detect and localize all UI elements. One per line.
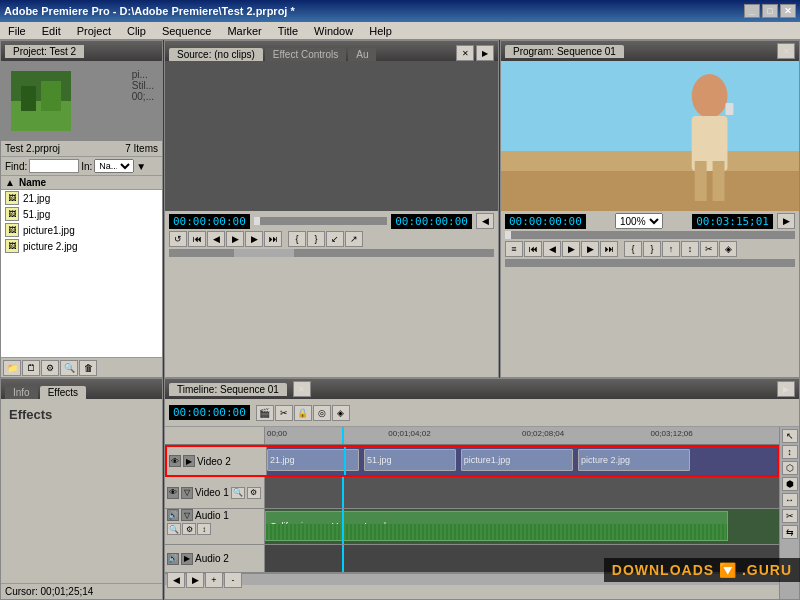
new-bin-button[interactable]: 📁 <box>3 360 21 376</box>
video2-lock-toggle[interactable]: ▶ <box>183 455 195 467</box>
timeline-close[interactable]: ✕ <box>293 381 311 397</box>
tl-scroll-left[interactable]: ◀ <box>167 572 185 588</box>
source-tab-source[interactable]: Source: (no clips) <box>169 48 263 61</box>
close-button[interactable]: ✕ <box>780 4 796 18</box>
prog-btn-extract[interactable]: ↕ <box>681 241 699 257</box>
prog-btn-marker[interactable]: ◈ <box>719 241 737 257</box>
audio1-btn1[interactable]: 🔍 <box>167 523 181 535</box>
audio2-mute[interactable]: 🔊 <box>167 553 179 565</box>
source-tab-audio[interactable]: Au <box>348 48 376 61</box>
program-panel-close[interactable]: ✕ <box>777 43 795 59</box>
tl-btn-marker[interactable]: ◈ <box>332 405 350 421</box>
v1-btn2[interactable]: ⚙ <box>247 487 261 499</box>
list-item[interactable]: 🖼 51.jpg <box>1 206 162 222</box>
program-zoom-bar[interactable] <box>505 259 795 267</box>
timeline-ruler[interactable]: 00;00 00;01;04;02 00;02;08;04 00;03;12;0… <box>265 427 779 444</box>
source-btn-play[interactable]: ▶ <box>226 231 244 247</box>
effects-tab[interactable]: Effects <box>40 386 86 399</box>
source-btn-rewind-start[interactable]: ⏮ <box>188 231 206 247</box>
source-btn-step-back[interactable]: ◀ <box>207 231 225 247</box>
prog-btn-trim[interactable]: ✂ <box>700 241 718 257</box>
maximize-button[interactable]: □ <box>762 4 778 18</box>
tr-slip[interactable]: ⇆ <box>782 525 798 539</box>
tl-zoom-out[interactable]: - <box>224 572 242 588</box>
menu-marker[interactable]: Marker <box>223 25 265 37</box>
program-expand[interactable]: ▶ <box>777 213 795 229</box>
prog-btn-out[interactable]: } <box>643 241 661 257</box>
source-panel-close[interactable]: ✕ <box>456 45 474 61</box>
prog-btn-in[interactable]: { <box>624 241 642 257</box>
source-btn-in[interactable]: { <box>288 231 306 247</box>
menu-file[interactable]: File <box>4 25 30 37</box>
find-input[interactable] <box>29 159 79 173</box>
prog-btn-step-fwd[interactable]: ▶ <box>581 241 599 257</box>
timeline-tab[interactable]: Timeline: Sequence 01 <box>169 383 287 396</box>
source-tab-effectcontrols[interactable]: Effect Controls <box>265 48 346 61</box>
source-timecode-out[interactable]: 00:00:00:00 <box>391 214 472 229</box>
video2-eye-toggle[interactable]: 👁 <box>169 455 181 467</box>
audio1-clip[interactable]: California.wma Volume:Level <box>265 511 728 541</box>
tl-btn-snap[interactable]: ◎ <box>313 405 331 421</box>
audio1-track-content[interactable]: California.wma Volume:Level <box>265 509 779 544</box>
minimize-button[interactable]: _ <box>744 4 760 18</box>
project-tab[interactable]: Project: Test 2 <box>5 45 84 58</box>
menu-sequence[interactable]: Sequence <box>158 25 216 37</box>
source-btn-overwrite[interactable]: ↗ <box>345 231 363 247</box>
tr-select-tool[interactable]: ↖ <box>782 429 798 443</box>
timeline-current-timecode[interactable]: 00:00:00:00 <box>169 405 250 420</box>
menu-edit[interactable]: Edit <box>38 25 65 37</box>
prog-btn-match[interactable]: ≡ <box>505 241 523 257</box>
timeline-menu[interactable]: ▶ <box>777 381 795 397</box>
audio1-btn3[interactable]: ↕ <box>197 523 211 535</box>
tl-btn-lock[interactable]: 🔒 <box>294 405 312 421</box>
tr-razor[interactable]: ✂ <box>782 509 798 523</box>
menu-help[interactable]: Help <box>365 25 396 37</box>
delete-button[interactable]: 🗑 <box>79 360 97 376</box>
source-btn-fwd-end[interactable]: ⏭ <box>264 231 282 247</box>
tr-rate-stretch[interactable]: ↔ <box>782 493 798 507</box>
audio1-btn2[interactable]: ⚙ <box>182 523 196 535</box>
program-timecode-duration[interactable]: 00:03:15;01 <box>692 214 773 229</box>
video2-track-content[interactable]: 21.jpg 51.jpg picture1.jpg picture 2.jpg <box>267 447 777 475</box>
source-btn-step-fwd[interactable]: ▶ <box>245 231 263 247</box>
menu-clip[interactable]: Clip <box>123 25 150 37</box>
program-scrubber[interactable] <box>505 231 795 239</box>
prog-btn-play[interactable]: ▶ <box>562 241 580 257</box>
in-select[interactable]: Na... <box>94 159 134 173</box>
prog-btn-fwd-end[interactable]: ⏭ <box>600 241 618 257</box>
source-scrubber[interactable] <box>254 217 387 225</box>
tr-track-select[interactable]: ↕ <box>782 445 798 459</box>
video2-clip-2[interactable]: 51.jpg <box>364 449 456 471</box>
tr-ripple-edit[interactable]: ⬡ <box>782 461 798 475</box>
source-btn-loop[interactable]: ↺ <box>169 231 187 247</box>
new-item-button[interactable]: 🗒 <box>22 360 40 376</box>
video1-expand[interactable]: ▽ <box>181 487 193 499</box>
source-timecode-in[interactable]: 00:00:00:00 <box>169 214 250 229</box>
video1-track-content[interactable] <box>265 477 779 508</box>
playhead[interactable] <box>342 427 344 444</box>
prog-btn-step-back[interactable]: ◀ <box>543 241 561 257</box>
tl-btn-select[interactable]: 🎬 <box>256 405 274 421</box>
source-zoom-bar[interactable] <box>169 249 494 257</box>
automate-button[interactable]: ⚙ <box>41 360 59 376</box>
video2-clip-3[interactable]: picture1.jpg <box>461 449 573 471</box>
list-item[interactable]: 🖼 21.jpg <box>1 190 162 206</box>
video2-clip-4[interactable]: picture 2.jpg <box>578 449 690 471</box>
video1-eye-toggle[interactable]: 👁 <box>167 487 179 499</box>
menu-title[interactable]: Title <box>274 25 302 37</box>
source-btn-insert[interactable]: ↙ <box>326 231 344 247</box>
menu-window[interactable]: Window <box>310 25 357 37</box>
list-item[interactable]: 🖼 picture 2.jpg <box>1 238 162 254</box>
audio1-expand[interactable]: ▽ <box>181 509 193 521</box>
audio1-mute[interactable]: 🔊 <box>167 509 179 521</box>
v1-btn1[interactable]: 🔍 <box>231 487 245 499</box>
source-expand[interactable]: ◀ <box>476 213 494 229</box>
program-zoom-select[interactable]: 100% <box>615 213 663 229</box>
list-item[interactable]: 🖼 picture1.jpg <box>1 222 162 238</box>
tl-zoom-in[interactable]: + <box>205 572 223 588</box>
audio2-expand[interactable]: ▶ <box>181 553 193 565</box>
tr-rolling-edit[interactable]: ⬢ <box>782 477 798 491</box>
program-tab[interactable]: Program: Sequence 01 <box>505 45 624 58</box>
tl-scroll-right[interactable]: ▶ <box>186 572 204 588</box>
program-timecode-current[interactable]: 00:00:00:00 <box>505 214 586 229</box>
